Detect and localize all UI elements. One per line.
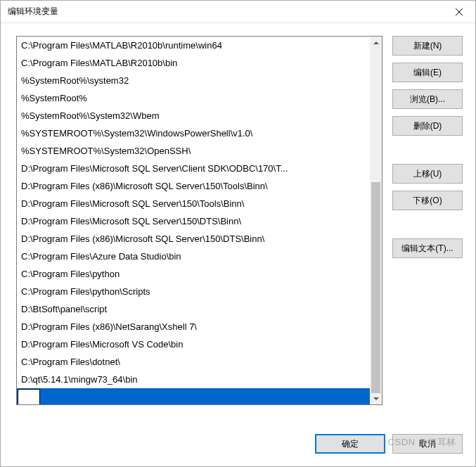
list-item[interactable]: %SystemRoot% bbox=[17, 89, 370, 107]
close-button[interactable] bbox=[443, 1, 475, 23]
list-item[interactable]: C:\Program Files\dotnet\ bbox=[17, 353, 370, 371]
list-item[interactable]: D:\Program Files (x86)\NetSarang\Xshell … bbox=[17, 318, 370, 335]
list-item[interactable]: D:\Program Files\Microsoft SQL Server\15… bbox=[17, 212, 370, 230]
content-area: C:\Program Files\MATLAB\R2010b\runtime\w… bbox=[1, 23, 475, 421]
cancel-button[interactable]: 取消 bbox=[392, 434, 463, 454]
scroll-thumb[interactable] bbox=[371, 182, 380, 393]
vertical-scrollbar[interactable] bbox=[370, 37, 382, 404]
list-item[interactable]: %SystemRoot%\System32\Wbem bbox=[17, 107, 370, 124]
list-item[interactable]: D:\qt\5.14.1\mingw73_64\bin bbox=[17, 371, 370, 388]
list-item[interactable]: C:\Program Files\Azure Data Studio\bin bbox=[17, 248, 370, 265]
new-button[interactable]: 新建(N) bbox=[392, 36, 463, 56]
scroll-track[interactable] bbox=[370, 49, 382, 392]
list-item[interactable]: D:\Program Files\Microsoft SQL Server\Cl… bbox=[17, 160, 370, 177]
list-item[interactable]: D:\Program Files\Microsoft SQL Server\15… bbox=[17, 195, 370, 212]
list-item[interactable]: C:\Program Files\python\Scripts bbox=[17, 283, 370, 300]
environment-variable-dialog: 编辑环境变量 C:\Program Files\MATLAB\R2010b\ru… bbox=[0, 0, 476, 467]
scroll-down-button[interactable] bbox=[370, 392, 382, 404]
list-item[interactable]: D:\Program Files (x86)\Microsoft SQL Ser… bbox=[17, 230, 370, 248]
list-edit-input[interactable] bbox=[18, 389, 40, 404]
chevron-down-icon bbox=[373, 397, 379, 400]
dialog-footer: 确定 取消 bbox=[1, 421, 475, 466]
list-item[interactable]: D:\Program Files (x86)\Microsoft SQL Ser… bbox=[17, 177, 370, 195]
move-down-button[interactable]: 下移(O) bbox=[392, 191, 463, 210]
chevron-up-icon bbox=[373, 41, 379, 44]
list-item[interactable]: D:\BtSoft\panel\script bbox=[17, 300, 370, 318]
list-item[interactable]: %SYSTEMROOT%\System32\WindowsPowerShell\… bbox=[17, 124, 370, 142]
side-button-panel: 新建(N) 编辑(E) 浏览(B)... 删除(D) 上移(U) 下移(O) 编… bbox=[392, 36, 463, 421]
edit-button[interactable]: 编辑(E) bbox=[392, 63, 463, 82]
list-item-editing[interactable] bbox=[17, 388, 370, 404]
ok-button[interactable]: 确定 bbox=[315, 434, 385, 454]
move-up-button[interactable]: 上移(U) bbox=[392, 164, 463, 184]
edit-text-button[interactable]: 编辑文本(T)... bbox=[392, 238, 463, 258]
list-inner: C:\Program Files\MATLAB\R2010b\runtime\w… bbox=[17, 37, 370, 404]
list-item[interactable]: C:\Program Files\python bbox=[17, 265, 370, 283]
close-icon bbox=[456, 8, 463, 15]
list-item[interactable]: %SystemRoot%\system32 bbox=[17, 72, 370, 89]
path-listbox[interactable]: C:\Program Files\MATLAB\R2010b\runtime\w… bbox=[16, 36, 382, 405]
browse-button[interactable]: 浏览(B)... bbox=[392, 89, 463, 109]
list-item[interactable]: C:\Program Files\MATLAB\R2010b\bin bbox=[17, 54, 370, 72]
list-item[interactable]: %SYSTEMROOT%\System32\OpenSSH\ bbox=[17, 142, 370, 160]
list-item[interactable]: D:\Program Files\Microsoft VS Code\bin bbox=[17, 335, 370, 353]
delete-button[interactable]: 删除(D) bbox=[392, 116, 463, 136]
titlebar: 编辑环境变量 bbox=[1, 1, 475, 23]
scroll-up-button[interactable] bbox=[370, 37, 382, 49]
list-item[interactable]: C:\Program Files\MATLAB\R2010b\runtime\w… bbox=[17, 37, 370, 54]
dialog-title: 编辑环境变量 bbox=[8, 6, 58, 18]
